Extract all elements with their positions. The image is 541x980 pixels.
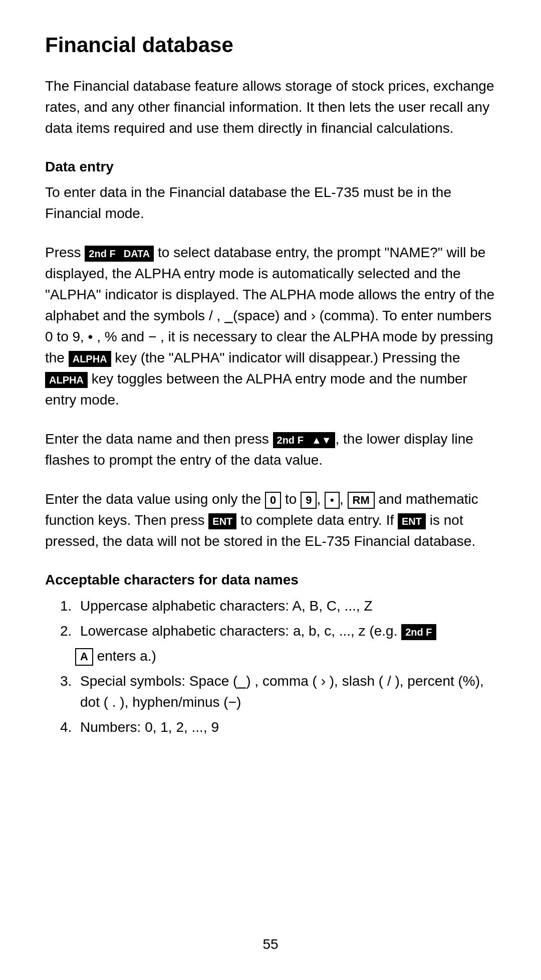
- list-num-2: 2.: [60, 621, 75, 642]
- acceptable-heading: Acceptable characters for data names: [45, 570, 501, 591]
- page-number: 55: [262, 934, 278, 955]
- list-item-3: 3. Special symbols: Space (⎯) , comma ( …: [60, 671, 501, 713]
- key-2ndf-2: 2nd F: [273, 432, 308, 448]
- key-9: 9: [301, 492, 317, 509]
- list-item-4: 4. Numbers: 0, 1, 2, ..., 9: [60, 717, 501, 738]
- key-0: 0: [265, 492, 281, 509]
- acceptable-list: 1. Uppercase alphabetic characters: A, B…: [45, 596, 501, 642]
- list-item-1: 1. Uppercase alphabetic characters: A, B…: [60, 596, 501, 617]
- key-2ndf-data: 2nd FDATA: [85, 246, 154, 262]
- list-num-3: 3.: [60, 671, 75, 713]
- list-item-2-continued: A enters a.): [45, 646, 501, 667]
- list-num-1: 1.: [60, 596, 75, 617]
- list-item-2: 2. Lowercase alphabetic characters: a, b…: [60, 621, 501, 642]
- para4-start: Enter the data value using only the: [45, 491, 265, 507]
- list-num-4: 4.: [60, 717, 75, 738]
- key-av: ▲▼: [308, 432, 336, 448]
- key-alpha1: ALPHA: [69, 351, 111, 367]
- press-label: Press: [45, 245, 85, 260]
- para4-comma2: ,: [340, 491, 348, 507]
- data-entry-para2: Press 2nd FDATA to select database entry…: [45, 242, 501, 411]
- list-item-2-suffix: enters a.): [93, 648, 156, 664]
- para2-text-after-key2: key (the "ALPHA" indicator will disappea…: [111, 350, 460, 365]
- key-2ndf: 2nd F: [85, 246, 119, 262]
- key-alpha2: ALPHA: [45, 372, 88, 388]
- para4-middle2: to complete data entry. If: [236, 512, 398, 528]
- para2-text-end: key toggles between the ALPHA entry mode…: [45, 371, 467, 408]
- data-entry-heading: Data entry: [45, 157, 501, 177]
- key-rm: RM: [348, 492, 375, 509]
- key-dot: •: [325, 492, 340, 509]
- key-2ndf-av: 2nd F▲▼: [273, 432, 336, 448]
- list-text-4: Numbers: 0, 1, 2, ..., 9: [80, 717, 219, 738]
- key-2ndf-3: 2nd F: [401, 624, 436, 640]
- para4-comma: ,: [317, 491, 325, 507]
- data-entry-para1: To enter data in the Financial database …: [45, 182, 501, 224]
- data-entry-para3: Enter the data name and then press 2nd F…: [45, 429, 501, 471]
- para2-text-middle: to select database entry, the prompt "NA…: [45, 245, 494, 365]
- key-data: DATA: [120, 246, 154, 262]
- list-text-3: Special symbols: Space (⎯) , comma ( › )…: [80, 671, 501, 713]
- key-ent1: ENT: [208, 513, 236, 529]
- data-entry-para4: Enter the data value using only the 0 to…: [45, 489, 501, 552]
- acceptable-section: Acceptable characters for data names 1. …: [45, 570, 501, 738]
- key-a: A: [75, 648, 93, 665]
- list-text-2: Lowercase alphabetic characters: a, b, c…: [80, 621, 436, 642]
- para4-to: to: [281, 491, 301, 507]
- intro-paragraph: The Financial database feature allows st…: [45, 76, 501, 139]
- acceptable-list-continued: 3. Special symbols: Space (⎯) , comma ( …: [45, 671, 501, 738]
- list-text-1: Uppercase alphabetic characters: A, B, C…: [80, 596, 373, 617]
- data-entry-section: Data entry To enter data in the Financia…: [45, 157, 501, 225]
- key-ent2: ENT: [398, 513, 426, 529]
- para3-start: Enter the data name and then press: [45, 431, 273, 447]
- page-title: Financial database: [45, 30, 501, 61]
